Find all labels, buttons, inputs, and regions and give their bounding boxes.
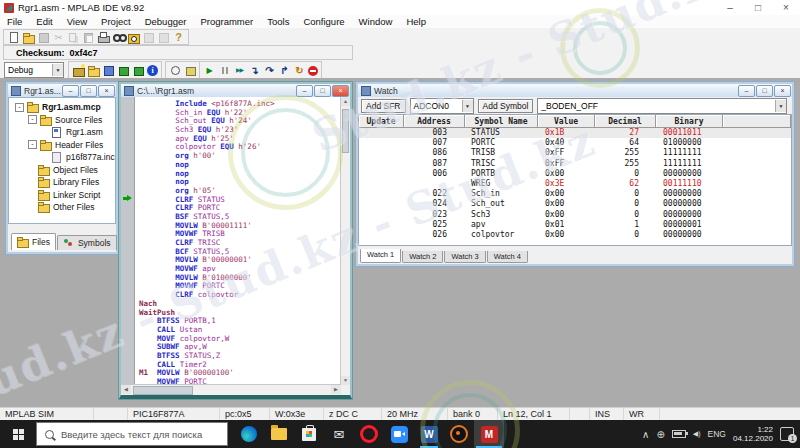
network-icon[interactable]: ⊕ <box>656 429 664 440</box>
tab-watch-4[interactable]: Watch 4 <box>487 251 528 263</box>
cell-update[interactable] <box>359 179 403 189</box>
tab-watch-1[interactable]: Watch 1 <box>360 249 401 263</box>
new-file-icon[interactable] <box>7 31 20 44</box>
tab-watch-3[interactable]: Watch 3 <box>444 251 485 263</box>
menu-tools[interactable]: Tools <box>260 15 296 28</box>
taskbar-app-word[interactable]: W <box>414 420 444 448</box>
editor-window-titlebar[interactable]: C:\...\Rgr1.asm – □ × <box>121 84 350 98</box>
menu-programmer[interactable]: Programmer <box>193 15 260 28</box>
pause-icon[interactable] <box>218 64 231 77</box>
tree-item-rgr1-asm-mcp[interactable]: -Rgr1.asm.mcp <box>9 101 115 114</box>
watch-row-status[interactable]: 003STATUS0x1B2700011011 <box>359 128 791 138</box>
stimulus-icon[interactable] <box>184 64 197 77</box>
watch-row-wreg[interactable]: WREG0x3E6200111110 <box>359 179 791 189</box>
help-icon[interactable]: ? <box>172 31 185 44</box>
horizontal-scrollbar[interactable]: ◀ ▶ <box>121 384 341 395</box>
taskbar-search[interactable] <box>36 422 228 446</box>
battery-icon[interactable] <box>672 430 686 438</box>
cell-update[interactable] <box>359 189 403 199</box>
column-header-binary[interactable]: Binary <box>656 115 723 128</box>
tree-item-header-files[interactable]: -Header Files <box>9 139 115 152</box>
watch-window-titlebar[interactable]: Watch – □ × <box>358 84 792 98</box>
step-into-icon[interactable]: ↴ <box>248 64 261 77</box>
taskbar-app-edge[interactable] <box>234 420 264 448</box>
column-header-symbol-name[interactable]: Symbol Name <box>465 115 538 128</box>
watch-row-trisc[interactable]: 087TRISC0xFF25511111111 <box>359 159 791 169</box>
print-icon[interactable] <box>97 31 110 44</box>
menu-file[interactable]: File <box>0 15 29 28</box>
tray-chevron-icon[interactable]: ∧ <box>642 429 649 440</box>
menu-edit[interactable]: Edit <box>29 15 59 28</box>
save-workspace-icon[interactable] <box>102 64 115 77</box>
cell-update[interactable] <box>359 199 403 209</box>
tree-expander-icon[interactable]: - <box>15 103 24 112</box>
taskbar-app-mplab[interactable]: M <box>474 420 504 448</box>
code-editor[interactable]: Include <p16f877A.inc> Sch_in EQU h'22' … <box>135 97 341 385</box>
symbol-select[interactable]: _BODEN_OFF ▼ <box>537 98 787 114</box>
scroll-down-icon[interactable]: ▼ <box>341 376 350 385</box>
close-button[interactable]: × <box>772 0 800 15</box>
open-file-icon[interactable] <box>22 31 35 44</box>
watch-row-trisb[interactable]: 086TRISB0xFF25511111111 <box>359 148 791 158</box>
column-header-value[interactable]: Value <box>538 115 595 128</box>
find-icon[interactable] <box>112 31 125 44</box>
menu-configure[interactable]: Configure <box>296 15 351 28</box>
project-maximize-button[interactable]: □ <box>80 85 97 97</box>
taskbar-app-screen-recorder[interactable] <box>444 420 474 448</box>
tree-item-source-files[interactable]: -Source Files <box>9 114 115 127</box>
watch-row-portc[interactable]: 007PORTC0x406401000000 <box>359 138 791 148</box>
project-close-button[interactable]: × <box>98 85 115 97</box>
add-sfr-button[interactable]: Add SFR <box>361 99 406 113</box>
new-project-icon[interactable] <box>72 64 85 77</box>
step-out-icon[interactable]: ↱ <box>278 64 291 77</box>
tree-expander-icon[interactable]: - <box>28 115 37 124</box>
search-input[interactable] <box>59 428 213 441</box>
tab-files[interactable]: Files <box>11 233 56 250</box>
cell-update[interactable] <box>359 138 403 148</box>
taskbar-clock[interactable]: 1:22 04.12.2020 <box>733 425 773 443</box>
tree-item-library-files[interactable]: Library Files <box>9 176 115 189</box>
halt-icon[interactable] <box>308 66 318 76</box>
debug-mode-select[interactable]: Debug ▼ <box>4 62 64 78</box>
make-icon[interactable] <box>132 64 145 77</box>
menu-window[interactable]: Window <box>352 15 400 28</box>
build-icon[interactable] <box>117 64 130 77</box>
editor-minimize-button[interactable]: – <box>296 85 313 97</box>
tree-item-linker-script[interactable]: Linker Script <box>9 189 115 202</box>
chevron-down-icon[interactable]: ▼ <box>52 64 63 76</box>
cell-update[interactable] <box>359 159 403 169</box>
watch-maximize-button[interactable]: □ <box>756 85 773 97</box>
code-line-23[interactable]: CLRF colpovtor <box>139 291 341 300</box>
minimize-button[interactable]: – <box>716 0 744 15</box>
volume-icon[interactable]: ◀) <box>693 430 701 438</box>
tab-symbols[interactable]: Symbols <box>57 235 117 250</box>
cell-update[interactable] <box>359 230 403 240</box>
scroll-left-icon[interactable]: ◀ <box>121 385 131 394</box>
sfr-select[interactable]: ADCON0 ▼ <box>410 98 474 114</box>
tree-item-object-files[interactable]: Object Files <box>9 164 115 177</box>
column-header-address[interactable]: Address <box>404 115 465 128</box>
maximize-button[interactable]: □ <box>744 0 772 15</box>
scroll-up-icon[interactable]: ▲ <box>341 97 350 106</box>
tree-item-rgr1-asm[interactable]: Rgr1.asm <box>9 126 115 139</box>
cell-update[interactable] <box>359 128 403 138</box>
vertical-scroll-thumb[interactable] <box>342 109 349 153</box>
cell-update[interactable] <box>359 210 403 220</box>
find-in-files-icon[interactable] <box>127 31 140 44</box>
reset-icon[interactable]: ↻ <box>293 64 306 77</box>
vertical-scrollbar[interactable]: ▲ ▼ <box>340 97 350 385</box>
tree-item-p16f877a-inc[interactable]: p16f877a.inc <box>9 151 115 164</box>
chevron-down-icon[interactable]: ▼ <box>775 100 786 112</box>
watch-minimize-button[interactable]: – <box>738 85 755 97</box>
taskbar-app-zoom[interactable] <box>384 420 414 448</box>
column-header-update[interactable]: Update <box>359 115 404 128</box>
watch-close-button[interactable]: × <box>774 85 791 97</box>
tab-watch-2[interactable]: Watch 2 <box>402 251 443 263</box>
menu-debugger[interactable]: Debugger <box>138 15 194 28</box>
menu-view[interactable]: View <box>60 15 94 28</box>
tree-item-other-files[interactable]: Other Files <box>9 201 115 214</box>
editor-maximize-button[interactable]: □ <box>314 85 331 97</box>
step-over-icon[interactable]: ↷ <box>263 64 276 77</box>
watch-row-colpovtor[interactable]: 026colpovtor0x00000000000 <box>359 230 791 240</box>
tree-expander-icon[interactable]: - <box>28 140 37 149</box>
